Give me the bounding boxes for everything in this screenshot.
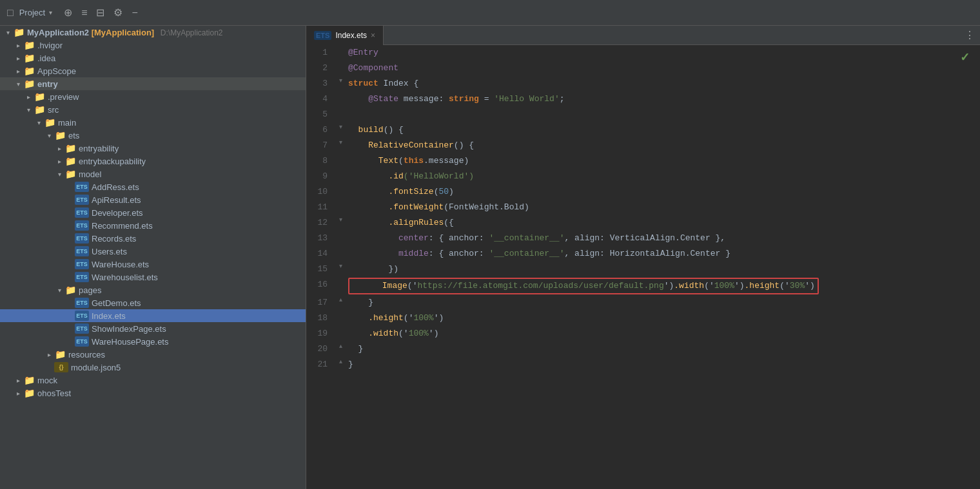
tree-item-preview[interactable]: 📁.preview	[0, 90, 306, 103]
tree-item-src[interactable]: 📁src	[0, 103, 306, 116]
minimize-icon[interactable]: −	[132, 7, 137, 19]
no-arrow-modulejson	[44, 362, 54, 372]
line-number-7: 7	[306, 139, 335, 153]
ets-icon-warehousepage: ETS	[75, 336, 89, 347]
fold-gutter-15[interactable]: ▾	[335, 262, 346, 269]
expand-arrow-model[interactable]	[54, 169, 64, 179]
ets-icon-recommend: ETS	[75, 220, 89, 231]
expand-arrow-main[interactable]	[34, 117, 44, 128]
collapse-arrow-entryability[interactable]	[54, 143, 64, 153]
split-icon[interactable]: ⊟	[96, 6, 104, 19]
tree-item-entry[interactable]: 📁entry	[0, 77, 306, 90]
fold-gutter-3[interactable]: ▾	[335, 77, 346, 84]
tree-item-mock[interactable]: 📁mock	[0, 374, 306, 387]
tree-item-entrybackupability[interactable]: 📁entrybackupability	[0, 155, 306, 168]
collapse-arrow-preview[interactable]	[23, 91, 34, 102]
expand-arrow-pages[interactable]	[54, 285, 64, 295]
expand-arrow-src[interactable]	[23, 104, 34, 115]
tree-item-getdemo[interactable]: ETSGetDemo.ets	[0, 296, 306, 309]
line-number-6: 6	[306, 123, 335, 137]
globe-icon[interactable]: ⊕	[64, 6, 72, 19]
tree-item-index[interactable]: ETSIndex.ets	[0, 309, 306, 322]
code-content-14: middle: { anchor: '__container__', align…	[346, 247, 980, 261]
folder-icon-resources: 📁	[54, 350, 66, 359]
code-content-21: }	[346, 358, 980, 372]
tree-item-warehousepage[interactable]: ETSWareHousePage.ets	[0, 335, 306, 348]
expand-arrow-myapp[interactable]	[3, 27, 13, 37]
tree-item-idea[interactable]: 📁.idea	[0, 52, 306, 64]
code-line-10: 10 .fontSize(50)	[306, 184, 980, 200]
tab-more-button[interactable]: ⋮	[959, 29, 980, 41]
tree-item-hvigor[interactable]: 📁.hvigor	[0, 39, 306, 52]
code-content-7: RelativeContainer() {	[346, 139, 980, 153]
tree-item-addRess[interactable]: ETSAddRess.ets	[0, 180, 306, 193]
tree-item-ets[interactable]: 📁ets	[0, 129, 306, 142]
tree-item-modulejson[interactable]: {}module.json5	[0, 361, 306, 374]
code-content-12: .alignRules({	[346, 216, 980, 230]
ets-icon-index: ETS	[75, 311, 89, 321]
tree-item-pages[interactable]: 📁pages	[0, 283, 306, 296]
tree-item-showindexpage[interactable]: ETSShowIndexPage.ets	[0, 322, 306, 335]
tree-item-model[interactable]: 📁model	[0, 168, 306, 180]
collapse-arrow-hvigor[interactable]	[13, 40, 23, 50]
tree-item-recommend[interactable]: ETSRecommend.ets	[0, 219, 306, 232]
fold-gutter-21[interactable]: ▴	[335, 358, 346, 365]
tree-item-entryability[interactable]: 📁entryability	[0, 142, 306, 155]
code-content-20: }	[346, 342, 980, 356]
line-number-19: 19	[306, 327, 335, 341]
tree-item-appscope[interactable]: 📁AppScope	[0, 64, 306, 77]
collapse-arrow-resources[interactable]	[44, 349, 54, 360]
fold-gutter-20[interactable]: ▴	[335, 342, 346, 349]
code-line-11: 11 .fontWeight(FontWeight.Bold)	[306, 200, 980, 215]
tree-label-ets: ets	[68, 131, 79, 140]
collapse-arrow-ohostest[interactable]	[13, 388, 23, 398]
code-line-19: 19 .width('100%')	[306, 326, 980, 341]
code-line-21: 21▴}	[306, 357, 980, 372]
collapse-arrow-entrybackupability[interactable]	[54, 156, 64, 166]
tab-close-button[interactable]: ×	[371, 31, 375, 40]
tree-item-apiResult[interactable]: ETSApiResult.ets	[0, 193, 306, 206]
collapse-arrow-mock[interactable]	[13, 375, 23, 385]
folder-icon-idea: 📁	[23, 53, 35, 62]
tree-item-resources[interactable]: 📁resources	[0, 348, 306, 361]
folder-icon-entrybackupability: 📁	[64, 157, 76, 166]
tree-label-warehouse: WareHouse.ets	[92, 260, 149, 269]
project-dropdown-arrow[interactable]: ▾	[49, 9, 52, 16]
code-content-8: Text(this.message)	[346, 154, 980, 168]
expand-arrow-entry[interactable]	[13, 79, 23, 89]
layout-icon[interactable]: ≡	[81, 7, 87, 19]
folder-icon-mock: 📁	[23, 376, 35, 385]
code-line-14: 14 middle: { anchor: '__container__', al…	[306, 246, 980, 262]
tree-item-users[interactable]: ETSUsers.ets	[0, 245, 306, 258]
no-arrow-index	[64, 311, 75, 321]
code-line-4: 4 @State message: string = 'Hello World'…	[306, 91, 980, 107]
fold-gutter-12[interactable]: ▾	[335, 216, 346, 223]
tree-label-resources: resources	[68, 350, 105, 360]
code-line-9: 9 .id('HelloWorld')	[306, 169, 980, 184]
file-tree[interactable]: 📁MyApplication2 [MyApplication] D:\MyApp…	[0, 26, 306, 489]
tree-item-developer[interactable]: ETSDeveloper.ets	[0, 206, 306, 219]
tree-item-warehouse[interactable]: ETSWareHouse.ets	[0, 258, 306, 271]
fold-gutter-6[interactable]: ▾	[335, 123, 346, 130]
tree-item-records[interactable]: ETSRecords.ets	[0, 232, 306, 245]
folder-icon-preview: 📁	[34, 92, 45, 101]
tree-item-ohostest[interactable]: 📁ohosTest	[0, 387, 306, 399]
tree-item-main[interactable]: 📁main	[0, 116, 306, 129]
fold-gutter-7[interactable]: ▾	[335, 139, 346, 146]
no-arrow-warehousepage	[64, 336, 75, 347]
fold-gutter-17[interactable]: ▴	[335, 296, 346, 303]
tab-index-ets[interactable]: ETS Index.ets ×	[306, 26, 384, 45]
line-number-21: 21	[306, 358, 335, 372]
code-editor[interactable]: ✓ 1@Entry2@Component3▾struct Index {4 @S…	[306, 45, 980, 489]
tree-item-warehouselist[interactable]: ETSWarehouselist.ets	[0, 271, 306, 283]
no-arrow-showindexpage	[64, 323, 75, 334]
code-content-18: .height('100%')	[346, 311, 980, 325]
code-content-17: }	[346, 296, 980, 310]
expand-arrow-ets[interactable]	[44, 130, 54, 140]
tree-item-myapp[interactable]: 📁MyApplication2 [MyApplication] D:\MyApp…	[0, 26, 306, 39]
collapse-arrow-idea[interactable]	[13, 53, 23, 63]
collapse-arrow-appscope[interactable]	[13, 66, 23, 76]
settings-icon[interactable]: ⚙	[113, 6, 122, 19]
code-content-9: .id('HelloWorld')	[346, 169, 980, 184]
main-layout: 📁MyApplication2 [MyApplication] D:\MyApp…	[0, 26, 980, 489]
